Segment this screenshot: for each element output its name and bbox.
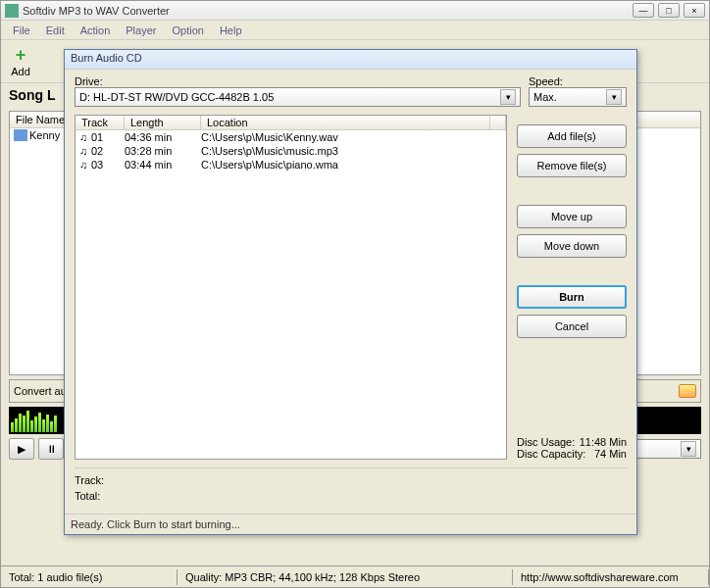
menu-player[interactable]: Player <box>118 23 164 38</box>
track-progress-label: Track: <box>75 472 627 488</box>
col-length[interactable]: Length <box>125 116 201 129</box>
menu-option[interactable]: Option <box>164 23 211 38</box>
col-location[interactable]: Location <box>201 116 490 129</box>
menu-action[interactable]: Action <box>73 23 119 38</box>
status-bar: Total: 1 audio file(s) Quality: MP3 CBR;… <box>1 565 709 587</box>
move-up-button[interactable]: Move up <box>517 205 627 228</box>
progress-section: Track: Total: <box>75 467 627 508</box>
drive-row: Drive: D: HL-DT-ST RW/DVD GCC-4482B 1.05… <box>75 75 627 107</box>
file-name: Kenny <box>29 129 60 141</box>
speed-field: Speed: Max. ▾ <box>529 75 627 107</box>
window-controls: — □ × <box>633 3 705 18</box>
track-row[interactable]: ♫ 03 03:44 min C:\Users\p\Music\piano.wm… <box>76 158 506 172</box>
music-note-icon: ♫ <box>77 159 89 171</box>
dialog-title: Burn Audio CD <box>65 50 636 70</box>
track-location: C:\Users\p\Music\piano.wma <box>201 159 504 171</box>
track-row[interactable]: ♫ 02 03:28 min C:\Users\p\Music\music.mp… <box>76 144 506 158</box>
track-length: 04:36 min <box>125 131 201 143</box>
music-note-icon: ♫ <box>77 131 89 143</box>
play-button[interactable]: ▶ <box>9 438 34 460</box>
convert-label: Convert au <box>14 385 67 397</box>
speed-select[interactable]: Max. ▾ <box>529 87 627 107</box>
menu-edit[interactable]: Edit <box>38 23 73 38</box>
usage-value: 11:48 Min <box>580 436 627 448</box>
col-track[interactable]: Track <box>76 116 125 129</box>
dialog-body: Drive: D: HL-DT-ST RW/DVD GCC-4482B 1.05… <box>65 70 636 514</box>
audio-file-icon <box>14 129 27 141</box>
menu-help[interactable]: Help <box>212 23 250 38</box>
music-note-icon: ♫ <box>77 145 89 157</box>
menu-file[interactable]: File <box>5 23 38 38</box>
app-icon <box>5 4 19 18</box>
burn-cd-dialog: Burn Audio CD Drive: D: HL-DT-ST RW/DVD … <box>64 49 637 535</box>
title-bar: Softdiv MP3 to WAV Converter — □ × <box>1 1 709 21</box>
track-location: C:\Users\p\Music\Kenny.wav <box>201 131 504 143</box>
add-label: Add <box>11 66 30 77</box>
add-files-button[interactable]: Add file(s) <box>517 124 627 148</box>
track-num: 03 <box>89 159 125 171</box>
track-length: 03:44 min <box>125 159 201 171</box>
pause-button[interactable]: ⏸ <box>38 438 64 460</box>
status-total: Total: 1 audio file(s) <box>1 569 178 585</box>
total-progress-label: Total: <box>75 488 627 504</box>
track-list-header: Track Length Location <box>76 116 506 130</box>
chevron-down-icon: ▾ <box>500 89 516 105</box>
speed-label: Speed: <box>529 75 627 87</box>
drive-field: Drive: D: HL-DT-ST RW/DVD GCC-4482B 1.05… <box>75 75 521 107</box>
cancel-button[interactable]: Cancel <box>517 315 627 338</box>
app-title: Softdiv MP3 to WAV Converter <box>23 5 633 17</box>
track-location: C:\Users\p\Music\music.mp3 <box>201 145 504 157</box>
capacity-value: 74 Min <box>594 448 627 460</box>
remove-files-button[interactable]: Remove file(s) <box>517 154 627 177</box>
chevron-down-icon: ▾ <box>606 89 622 105</box>
plus-icon: + <box>11 46 30 66</box>
track-length: 03:28 min <box>125 145 201 157</box>
chevron-down-icon: ▾ <box>681 441 696 457</box>
speed-value: Max. <box>533 91 557 103</box>
drive-label: Drive: <box>75 75 521 87</box>
status-quality: Quality: MP3 CBR; 44,100 kHz; 128 Kbps S… <box>178 569 513 585</box>
burn-button[interactable]: Burn <box>517 285 627 309</box>
drive-select[interactable]: D: HL-DT-ST RW/DVD GCC-4482B 1.05 ▾ <box>75 87 521 107</box>
drive-value: D: HL-DT-ST RW/DVD GCC-4482B 1.05 <box>79 91 274 103</box>
track-list[interactable]: Track Length Location ♫ 01 04:36 min C:\… <box>75 115 507 460</box>
status-url: http://www.softdivshareware.com <box>513 569 709 585</box>
track-num: 01 <box>89 131 125 143</box>
dialog-status: Ready. Click Burn to start burning... <box>65 514 636 534</box>
track-row[interactable]: ♫ 01 04:36 min C:\Users\p\Music\Kenny.wa… <box>76 130 506 144</box>
menu-bar: File Edit Action Player Option Help <box>1 21 709 40</box>
maximize-button[interactable]: □ <box>658 3 680 18</box>
track-num: 02 <box>89 145 125 157</box>
disc-usage: Disc Usage: 11:48 Min Disc Capacity: 74 … <box>517 397 627 460</box>
col-spacer <box>490 116 506 129</box>
capacity-label: Disc Capacity: <box>517 448 585 460</box>
close-button[interactable]: × <box>684 3 705 18</box>
add-button[interactable]: + Add <box>5 44 36 79</box>
folder-icon[interactable] <box>679 384 696 398</box>
dialog-buttons: Add file(s) Remove file(s) Move up Move … <box>517 115 627 460</box>
minimize-button[interactable]: — <box>633 3 654 18</box>
middle-row: Track Length Location ♫ 01 04:36 min C:\… <box>75 115 627 460</box>
usage-label: Disc Usage: <box>517 436 575 448</box>
move-down-button[interactable]: Move down <box>517 234 627 258</box>
